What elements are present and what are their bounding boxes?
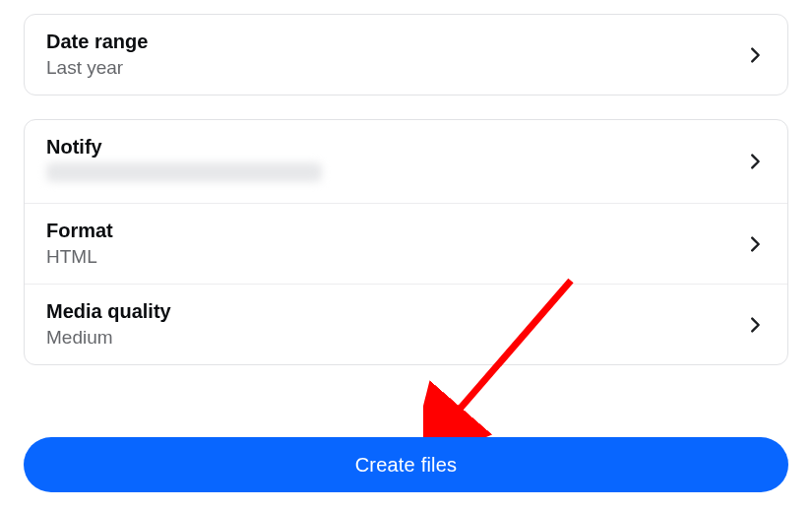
card-date-range: Date range Last year — [24, 14, 788, 96]
redacted-email — [46, 162, 322, 182]
row-labels: Notify — [46, 136, 322, 187]
format-value: HTML — [46, 246, 113, 268]
row-labels: Media quality Medium — [46, 300, 171, 349]
create-files-button[interactable]: Create files — [24, 437, 788, 492]
media-quality-value: Medium — [46, 327, 171, 349]
media-quality-title: Media quality — [46, 300, 171, 323]
settings-list: Date range Last year Notify Format HTML … — [0, 0, 812, 365]
card-options: Notify Format HTML Media quality Medium — [24, 119, 788, 365]
row-date-range[interactable]: Date range Last year — [25, 15, 787, 95]
date-range-title: Date range — [46, 31, 148, 53]
row-format[interactable]: Format HTML — [25, 203, 787, 284]
row-notify[interactable]: Notify — [25, 120, 787, 203]
chevron-right-icon — [744, 151, 766, 172]
notify-title: Notify — [46, 136, 322, 159]
row-media-quality[interactable]: Media quality Medium — [25, 284, 787, 364]
chevron-right-icon — [744, 314, 766, 336]
date-range-value: Last year — [46, 57, 148, 79]
format-title: Format — [46, 220, 113, 242]
row-labels: Date range Last year — [46, 31, 148, 79]
cta-area: Create files — [0, 437, 812, 492]
chevron-right-icon — [744, 44, 766, 66]
row-labels: Format HTML — [46, 220, 113, 268]
notify-value — [46, 162, 322, 187]
chevron-right-icon — [744, 233, 766, 255]
